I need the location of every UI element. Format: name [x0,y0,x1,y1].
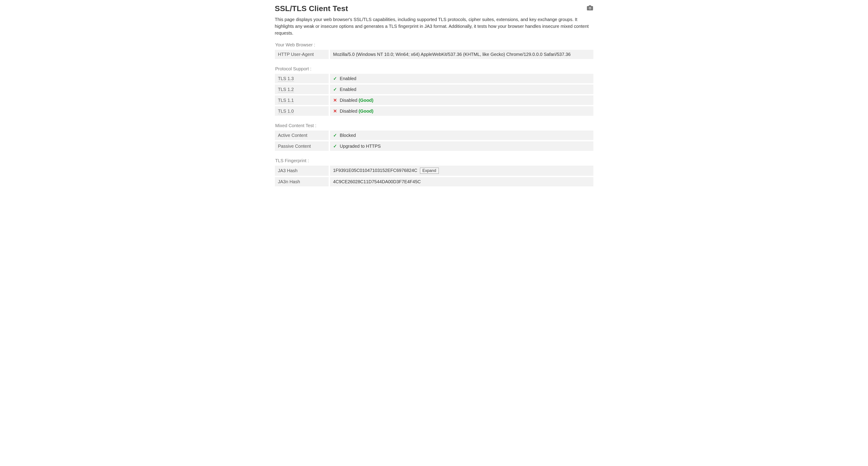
ja3n-value: 4C9CE26028C11D7544DA00D3F7E4F45C [333,179,421,184]
check-icon: ✓ [333,76,337,81]
ja3-label: JA3 Hash [275,166,329,176]
mixed-content-table: Active Content ✓ Blocked Passive Content… [275,130,593,151]
fingerprint-table: JA3 Hash 1F9391E05C01047103152EFC6976824… [275,166,593,186]
passive-content-label: Passive Content [275,141,329,151]
page-title: SSL/TLS Client Test [275,4,348,13]
section-title-browser: Your Web Browser : [275,42,593,48]
tls12-label[interactable]: TLS 1.2 [278,87,294,92]
user-agent-label: HTTP User-Agent [275,50,329,59]
expand-button[interactable]: Expand [420,168,439,174]
active-content-status: Blocked [340,133,356,138]
user-agent-value: Mozilla/5.0 (Windows NT 10.0; Win64; x64… [329,50,593,59]
tls11-status: Disabled [340,98,358,103]
cross-icon: ✕ [333,108,337,114]
tls11-label[interactable]: TLS 1.1 [278,98,294,103]
passive-content-status: Upgraded to HTTPS [340,144,381,149]
tls12-status: Enabled [340,87,356,92]
cross-icon: ✕ [333,97,337,103]
tls10-label[interactable]: TLS 1.0 [278,109,294,114]
table-row: TLS 1.3 ✓ Enabled [275,74,593,84]
tls10-note: (Good) [359,109,373,114]
tls11-note: (Good) [359,98,373,103]
table-row: JA3n Hash 4C9CE26028C11D7544DA00D3F7E4F4… [275,176,593,186]
table-row: TLS 1.1 ✕ Disabled (Good) [275,95,593,106]
section-title-fingerprint: TLS Fingerprint : [275,158,593,163]
protocol-table: TLS 1.3 ✓ Enabled TLS 1.2 ✓ Enabled TLS … [275,74,593,116]
tls10-status: Disabled [340,109,358,114]
screenshot-button[interactable] [587,5,593,11]
intro-text: This page displays your web browser's SS… [275,16,593,36]
ja3n-label: JA3n Hash [275,176,329,186]
section-title-mixed-content: Mixed Content Test : [275,123,593,128]
table-row: Passive Content ✓ Upgraded to HTTPS [275,141,593,151]
section-title-protocol: Protocol Support : [275,66,593,71]
browser-table: HTTP User-Agent Mozilla/5.0 (Windows NT … [275,50,593,59]
table-row: TLS 1.0 ✕ Disabled (Good) [275,106,593,116]
tls13-status: Enabled [340,76,356,81]
tls13-label[interactable]: TLS 1.3 [278,76,294,82]
camera-icon [587,5,593,11]
check-icon: ✓ [333,133,337,138]
svg-point-1 [589,7,591,9]
check-icon: ✓ [333,87,337,92]
active-content-label: Active Content [275,130,329,141]
table-row: JA3 Hash 1F9391E05C01047103152EFC6976824… [275,166,593,176]
check-icon: ✓ [333,143,337,149]
table-row: Active Content ✓ Blocked [275,130,593,141]
table-row: TLS 1.2 ✓ Enabled [275,84,593,95]
ja3-value: 1F9391E05C01047103152EFC6976824C [333,168,417,173]
table-row: HTTP User-Agent Mozilla/5.0 (Windows NT … [275,50,593,59]
